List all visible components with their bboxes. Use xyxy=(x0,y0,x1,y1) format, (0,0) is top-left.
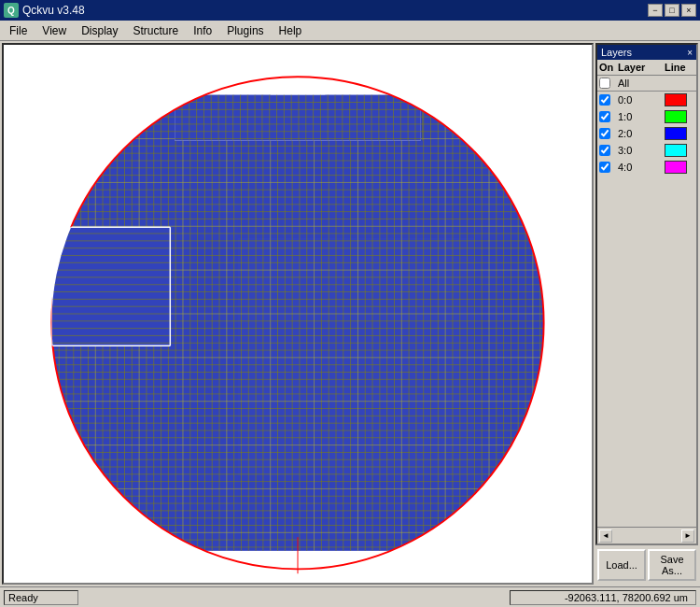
canvas-area[interactable] xyxy=(2,43,594,585)
close-button[interactable]: × xyxy=(681,4,696,17)
chip-visualization xyxy=(4,45,592,583)
menu-item-view[interactable]: View xyxy=(35,22,74,39)
maximize-button[interactable]: □ xyxy=(665,4,679,17)
status-ready: Ready xyxy=(4,590,78,605)
layers-all-label: All xyxy=(618,78,665,89)
layers-scroll[interactable]: All 0:01:02:03:04:0 xyxy=(597,76,696,527)
menu-item-display[interactable]: Display xyxy=(74,22,125,39)
layer-checkbox-10[interactable] xyxy=(599,111,610,122)
save-as-button[interactable]: Save As... xyxy=(648,549,696,581)
minimize-button[interactable]: − xyxy=(648,4,663,17)
layers-close-button[interactable]: × xyxy=(687,48,693,58)
layer-checkbox-20[interactable] xyxy=(599,128,610,139)
status-coordinates: -92063.111, 78200.692 um xyxy=(510,590,696,605)
layers-header: On Layer Line xyxy=(597,60,696,76)
layers-hscroll: ◄ ► xyxy=(597,527,696,543)
layers-panel: Layers × On Layer Line All 0:01:02:03:04… xyxy=(595,43,698,545)
scroll-right-button[interactable]: ► xyxy=(681,529,694,543)
main-content: Layers × On Layer Line All 0:01:02:03:04… xyxy=(0,41,700,586)
title-bar-left: Q Qckvu v3.48 xyxy=(4,3,85,18)
layers-title-bar: Layers × xyxy=(597,45,696,60)
layers-all-row: All xyxy=(597,76,696,92)
layer-checkbox-30[interactable] xyxy=(599,145,610,156)
layer-label-30: 3:0 xyxy=(618,145,665,156)
status-bar: Ready -92063.111, 78200.692 um xyxy=(0,586,700,607)
layer-label-20: 2:0 xyxy=(618,128,665,139)
layer-color-40 xyxy=(665,161,687,174)
title-controls: − □ × xyxy=(648,4,696,17)
layer-row-40: 4:0 xyxy=(597,159,696,176)
menu-item-plugins[interactable]: Plugins xyxy=(219,22,271,39)
layer-label-40: 4:0 xyxy=(618,162,665,173)
menu-item-structure[interactable]: Structure xyxy=(126,22,187,39)
scroll-left-button[interactable]: ◄ xyxy=(599,529,612,543)
layers-panel-title: Layers xyxy=(601,47,632,58)
layer-color-20 xyxy=(665,127,687,140)
menu-bar: FileViewDisplayStructureInfoPluginsHelp xyxy=(0,21,700,41)
layers-all-checkbox[interactable] xyxy=(599,78,610,89)
layer-label-10: 1:0 xyxy=(618,111,665,122)
layer-label-00: 0:0 xyxy=(618,94,665,106)
layer-row-30: 3:0 xyxy=(597,142,696,159)
menu-item-help[interactable]: Help xyxy=(272,22,310,39)
layers-col-on: On xyxy=(599,62,618,73)
layer-row-10: 1:0 xyxy=(597,108,696,125)
app-icon: Q xyxy=(4,3,19,18)
layer-row-20: 2:0 xyxy=(597,125,696,142)
app-title: Qckvu v3.48 xyxy=(22,4,85,17)
layers-col-line: Line xyxy=(665,62,693,73)
menu-item-file[interactable]: File xyxy=(2,22,35,39)
title-bar: Q Qckvu v3.48 − □ × xyxy=(0,0,700,21)
load-button[interactable]: Load... xyxy=(597,549,646,581)
right-panel: Layers × On Layer Line All 0:01:02:03:04… xyxy=(595,43,698,585)
layers-buttons: Load... Save As... xyxy=(595,545,698,585)
layer-row-00: 0:0 xyxy=(597,92,696,108)
menu-item-info[interactable]: Info xyxy=(186,22,219,39)
svg-rect-155 xyxy=(175,95,421,141)
layer-checkbox-00[interactable] xyxy=(599,94,610,106)
layer-checkbox-40[interactable] xyxy=(599,162,610,173)
layers-col-layer: Layer xyxy=(618,62,665,73)
layer-color-30 xyxy=(665,144,687,157)
layer-color-10 xyxy=(665,110,687,123)
svg-rect-199 xyxy=(51,227,170,346)
layer-color-00 xyxy=(665,93,687,106)
